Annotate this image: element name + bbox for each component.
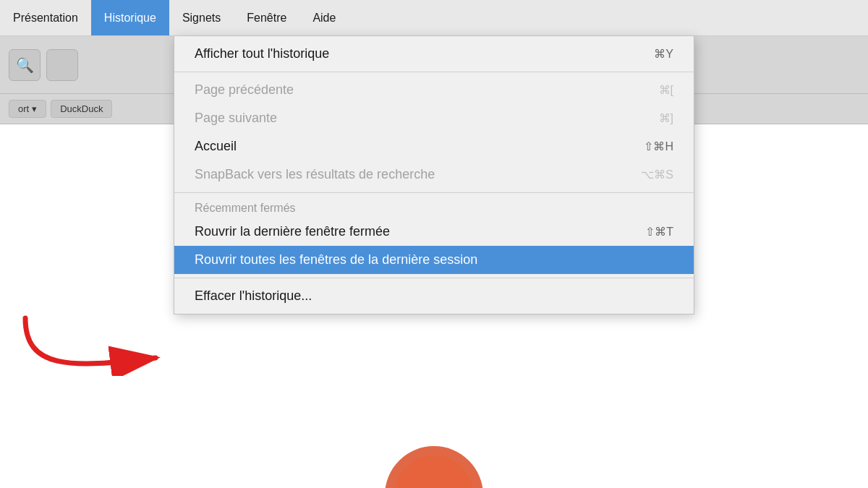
menu-item-page-precedente-label: Page précédente	[195, 82, 294, 98]
bookmark-port[interactable]: ort ▾	[9, 100, 46, 118]
menu-item-accueil[interactable]: Accueil ⇧⌘H	[174, 132, 694, 160]
menu-item-historique[interactable]: Historique	[91, 0, 169, 35]
menu-item-snapback-shortcut: ⌥⌘S	[641, 168, 673, 181]
menu-item-rouvrir-toutes-label: Rouvrir toutes les fenêtres de la derniè…	[195, 252, 477, 267]
menu-section-4: Effacer l'historique...	[174, 278, 694, 314]
duckduckgo-logo	[376, 416, 492, 488]
menu-item-page-suivante-shortcut: ⌘]	[659, 111, 673, 125]
menu-item-accueil-label: Accueil	[195, 139, 237, 154]
menu-section-1: Afficher tout l'historique ⌘Y	[174, 36, 694, 72]
menu-item-accueil-shortcut: ⇧⌘H	[644, 140, 673, 153]
menu-item-afficher-tout-shortcut: ⌘Y	[654, 47, 673, 61]
menu-item-effacer-historique-label: Effacer l'historique...	[195, 288, 312, 304]
recemment-fermes-label: Récemment fermés	[174, 197, 694, 218]
menu-item-page-precedente-shortcut: ⌘[	[659, 83, 673, 97]
bookmark-duckduck-label: DuckDuck	[60, 103, 103, 114]
menu-item-rouvrir-toutes[interactable]: Rouvrir toutes les fenêtres de la derniè…	[174, 246, 694, 274]
menu-section-3: Récemment fermés Rouvrir la dernière fen…	[174, 192, 694, 278]
nav-button[interactable]	[46, 49, 78, 81]
menu-item-snapback: SnapBack vers les résultats de recherche…	[174, 160, 694, 189]
bookmark-duckduck[interactable]: DuckDuck	[51, 100, 112, 118]
menu-item-rouvrir-derniere[interactable]: Rouvrir la dernière fenêtre fermée ⇧⌘T	[174, 218, 694, 246]
menu-item-page-precedente: Page précédente ⌘[	[174, 76, 694, 104]
menu-item-snapback-label: SnapBack vers les résultats de recherche	[195, 167, 435, 182]
menu-item-afficher-tout[interactable]: Afficher tout l'historique ⌘Y	[174, 40, 694, 68]
menu-item-afficher-tout-label: Afficher tout l'historique	[195, 46, 329, 61]
menu-item-page-suivante-label: Page suivante	[195, 111, 277, 126]
menu-item-rouvrir-derniere-label: Rouvrir la dernière fenêtre fermée	[195, 224, 390, 239]
history-dropdown-menu: Afficher tout l'historique ⌘Y Page précé…	[174, 36, 694, 314]
menu-item-signets[interactable]: Signets	[169, 0, 234, 35]
menu-item-presentation[interactable]: Présentation	[0, 0, 91, 35]
search-icon: 🔍	[16, 56, 34, 74]
menu-item-page-suivante: Page suivante ⌘]	[174, 104, 694, 132]
menu-item-aide[interactable]: Aide	[299, 0, 349, 35]
menu-item-rouvrir-derniere-shortcut: ⇧⌘T	[645, 225, 673, 239]
menu-bar: Présentation Historique Signets Fenêtre …	[0, 0, 868, 36]
menu-item-effacer-historique[interactable]: Effacer l'historique...	[174, 282, 694, 310]
menu-section-2: Page précédente ⌘[ Page suivante ⌘] Accu…	[174, 72, 694, 192]
bookmark-port-label: ort	[18, 103, 29, 114]
menu-item-fenetre[interactable]: Fenêtre	[234, 0, 299, 35]
search-button[interactable]: 🔍	[9, 49, 41, 81]
bookmark-dropdown-icon: ▾	[32, 103, 37, 114]
